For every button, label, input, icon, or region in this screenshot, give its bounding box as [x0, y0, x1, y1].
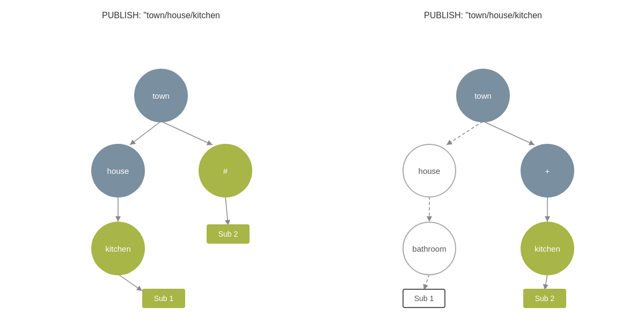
- sub-sub2: Sub 2: [523, 289, 566, 308]
- svg-marker-5: [115, 216, 121, 222]
- node-kitchen: kitchen: [91, 222, 145, 275]
- svg-line-10: [447, 121, 483, 145]
- node-house: house: [402, 144, 456, 197]
- diagram-1-tree: townhouse#kitchenSub 1Sub 2: [48, 26, 274, 305]
- node-house: house: [91, 144, 145, 197]
- diagram-2-title: PUBLISH: "town/house/kitchen: [424, 11, 542, 20]
- svg-line-6: [225, 196, 228, 225]
- diagram-1-title: PUBLISH: "town/house/kitchen: [102, 11, 220, 20]
- svg-line-8: [118, 274, 142, 291]
- node-hash: #: [199, 144, 252, 197]
- svg-marker-3: [207, 140, 213, 145]
- diagram-1: PUBLISH: "town/house/kitchen townhouse#k…: [0, 5, 322, 317]
- diagram-2-tree: townhouse+bathroomkitchenSub 1Sub 2: [370, 26, 596, 305]
- svg-line-20: [545, 274, 547, 290]
- node-town: town: [134, 69, 188, 122]
- svg-marker-17: [545, 216, 550, 222]
- sub-sub2: Sub 2: [207, 224, 250, 244]
- diagrams-container: PUBLISH: "town/house/kitchen townhouse#k…: [0, 0, 644, 322]
- svg-marker-11: [447, 140, 452, 145]
- sub-sub1: Sub 1: [402, 289, 445, 308]
- svg-marker-9: [136, 286, 142, 291]
- node-bathroom: bathroom: [402, 222, 456, 275]
- svg-line-12: [483, 121, 535, 145]
- svg-marker-15: [427, 216, 432, 222]
- svg-marker-13: [529, 140, 535, 145]
- svg-line-2: [161, 121, 213, 145]
- svg-line-18: [424, 274, 429, 290]
- svg-marker-1: [130, 140, 136, 145]
- node-plus: +: [521, 144, 574, 197]
- diagram-2: PUBLISH: "town/house/kitchen townhouse+b…: [322, 5, 644, 317]
- sub-sub1: Sub 1: [142, 289, 185, 308]
- svg-line-0: [130, 121, 161, 145]
- node-kitchen: kitchen: [521, 222, 574, 275]
- node-town: town: [456, 69, 510, 122]
